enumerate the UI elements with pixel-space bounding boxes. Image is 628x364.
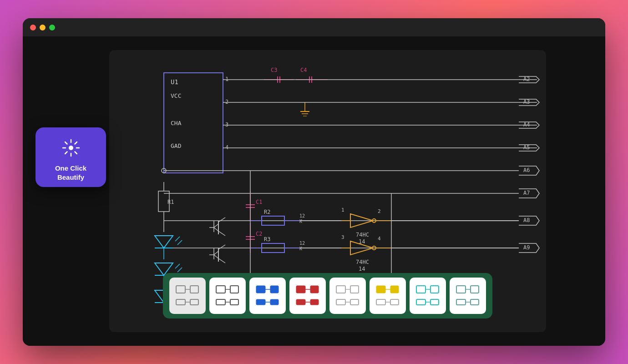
toolbar-item-teal[interactable] <box>450 278 486 314</box>
svg-text:A9: A9 <box>523 244 530 251</box>
svg-rect-138 <box>216 286 225 293</box>
svg-rect-144 <box>256 286 265 293</box>
svg-rect-135 <box>190 286 198 293</box>
toolbar-item-blue[interactable] <box>249 278 286 314</box>
svg-rect-163 <box>376 299 385 305</box>
svg-rect-145 <box>256 299 265 305</box>
svg-text:K: K <box>299 219 302 224</box>
svg-text:R2: R2 <box>264 209 270 215</box>
svg-text:2: 2 <box>378 208 381 214</box>
svg-rect-157 <box>336 299 345 305</box>
svg-rect-165 <box>390 286 399 293</box>
svg-rect-149 <box>270 299 279 305</box>
svg-text:12: 12 <box>299 241 305 246</box>
svg-text:74HC: 74HC <box>356 232 369 238</box>
toolbar-item-yellow[interactable] <box>370 278 406 314</box>
toolbar-item-light[interactable] <box>329 278 366 314</box>
title-bar <box>23 18 605 36</box>
svg-rect-147 <box>270 286 279 293</box>
svg-point-0 <box>69 146 73 150</box>
svg-text:A6: A6 <box>523 167 530 173</box>
svg-rect-168 <box>416 286 425 293</box>
svg-rect-177 <box>471 286 479 293</box>
svg-rect-161 <box>350 299 359 305</box>
svg-text:A2: A2 <box>523 76 530 82</box>
svg-rect-137 <box>190 299 198 305</box>
svg-rect-153 <box>310 286 319 293</box>
svg-text:C2: C2 <box>256 231 262 237</box>
svg-rect-167 <box>390 299 399 305</box>
app-window: One Click Beautify U1 VCC CHA GAD 1 2 3 … <box>23 18 605 346</box>
svg-text:CHA: CHA <box>171 120 182 126</box>
toolbar-item-default[interactable] <box>169 278 206 314</box>
svg-line-8 <box>65 152 67 154</box>
svg-text:A4: A4 <box>523 121 530 128</box>
svg-text:VCC: VCC <box>171 92 181 99</box>
svg-rect-139 <box>216 299 225 305</box>
main-content: One Click Beautify U1 VCC CHA GAD 1 2 3 … <box>23 36 605 346</box>
svg-text:A5: A5 <box>523 144 530 151</box>
svg-text:C3: C3 <box>271 67 277 73</box>
layout-toolbar <box>163 273 492 318</box>
ocb-badge[interactable]: One Click Beautify <box>35 127 106 187</box>
svg-rect-141 <box>230 286 238 293</box>
close-button[interactable] <box>30 25 36 30</box>
svg-rect-159 <box>350 286 359 293</box>
svg-text:U1: U1 <box>171 78 178 86</box>
maximize-button[interactable] <box>49 25 55 30</box>
svg-text:A8: A8 <box>523 217 530 223</box>
svg-text:14: 14 <box>359 266 365 272</box>
svg-text:A7: A7 <box>523 190 530 196</box>
circuit-diagram: U1 VCC CHA GAD 1 2 3 4 C3 <box>109 50 546 332</box>
toolbar-item-red[interactable] <box>289 278 326 314</box>
svg-rect-133 <box>176 299 185 305</box>
minimize-button[interactable] <box>40 25 46 30</box>
svg-rect-151 <box>296 299 305 305</box>
svg-rect-169 <box>416 299 425 305</box>
svg-text:A3: A3 <box>523 99 530 105</box>
beautify-icon <box>59 136 83 160</box>
svg-rect-132 <box>176 286 185 293</box>
svg-rect-171 <box>430 286 439 293</box>
svg-rect-162 <box>376 286 385 293</box>
svg-text:R1: R1 <box>167 199 174 205</box>
svg-text:1: 1 <box>341 207 344 213</box>
svg-text:12: 12 <box>299 213 305 218</box>
svg-rect-174 <box>456 286 466 293</box>
svg-rect-150 <box>296 286 305 293</box>
svg-text:74HC: 74HC <box>356 259 369 265</box>
svg-rect-155 <box>310 299 319 305</box>
svg-text:C1: C1 <box>256 199 262 205</box>
svg-line-6 <box>75 152 77 154</box>
svg-line-7 <box>75 142 77 144</box>
svg-rect-143 <box>230 299 238 305</box>
svg-text:4: 4 <box>378 236 381 242</box>
ocb-label: One Click Beautify <box>43 164 99 182</box>
svg-rect-175 <box>456 299 466 305</box>
svg-text:K: K <box>299 246 302 251</box>
svg-text:4: 4 <box>225 144 228 151</box>
toolbar-item-cyan[interactable] <box>410 278 446 314</box>
svg-rect-173 <box>430 299 439 305</box>
svg-rect-179 <box>471 299 479 305</box>
svg-text:3: 3 <box>225 121 228 128</box>
svg-text:1: 1 <box>225 76 228 82</box>
svg-text:2: 2 <box>225 99 228 105</box>
svg-text:R3: R3 <box>264 236 270 243</box>
toolbar-item-outline[interactable] <box>209 278 246 314</box>
svg-line-5 <box>65 142 67 144</box>
svg-rect-156 <box>336 286 345 293</box>
svg-text:GAD: GAD <box>171 142 182 149</box>
svg-text:3: 3 <box>341 234 344 240</box>
svg-text:C4: C4 <box>300 67 307 73</box>
